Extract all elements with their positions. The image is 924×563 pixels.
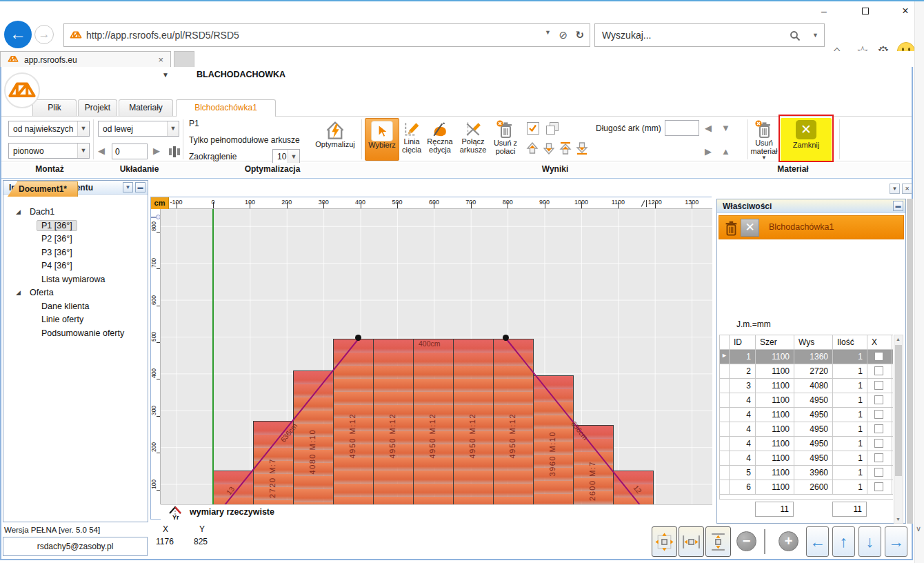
tree-item-dane-klienta[interactable]: Dane klienta (3, 300, 148, 314)
sort-order-dropdown[interactable]: od najwiekszych ▼ (8, 121, 90, 137)
row-checkbox[interactable] (874, 410, 883, 419)
tabstrip-close-icon[interactable]: ✕ (902, 184, 912, 194)
dropdown-arrow-icon[interactable]: ▼ (288, 150, 299, 164)
row-checkbox[interactable] (874, 439, 883, 448)
tree-item-p3-36-[interactable]: P3 [36°] (3, 246, 148, 260)
select-button[interactable]: Wybierz (365, 118, 399, 161)
table-row[interactable]: 2110027201 (719, 364, 893, 379)
pan-right-button[interactable]: → (885, 526, 907, 557)
scroll-down-icon[interactable]: ▼ (896, 517, 901, 522)
window-maximize-button[interactable] (855, 4, 876, 18)
table-row[interactable]: ►1110013601 (719, 350, 893, 364)
table-row[interactable]: 6110026001 (719, 480, 893, 495)
window-close-button[interactable]: × (895, 4, 916, 18)
new-tab-button[interactable] (174, 51, 194, 67)
rounding-spinner[interactable]: 10 ▼ (272, 149, 300, 164)
column-header-ilość[interactable]: Ilość (833, 335, 867, 349)
optimize-button[interactable]: Optymalizuj (310, 118, 360, 161)
fit-width-button[interactable] (679, 526, 704, 557)
fit-all-button[interactable] (652, 526, 677, 557)
tree-item-podsumowanie-oferty[interactable]: Podsumowanie oferty (3, 327, 148, 341)
panel-menu-icon[interactable]: ▼ (123, 182, 133, 192)
tab-materialy[interactable]: Materiały (119, 99, 173, 116)
remove-material-button[interactable]: Usuń materiał ▼ (750, 118, 778, 162)
tree-expander-icon[interactable]: ◢ (16, 289, 21, 296)
pan-down-button[interactable]: ↓ (858, 526, 881, 557)
table-row[interactable]: 5110039601 (719, 466, 893, 480)
url-dropdown-icon[interactable]: ▼ (545, 29, 551, 36)
move-down-icon[interactable] (542, 141, 556, 158)
manual-edit-button[interactable]: Ręczna edycja (424, 118, 456, 161)
nudge-right-icon[interactable]: ▶ (705, 146, 712, 157)
document-tab[interactable]: Document1* (8, 181, 78, 197)
panel-pin-icon[interactable]: ▬ (893, 201, 903, 211)
nudge-up-icon[interactable]: ▲ (721, 146, 730, 157)
column-header-szer[interactable]: Szer (756, 335, 794, 349)
scroll-up-icon[interactable]: ▲ (896, 337, 901, 342)
tabstrip-dropdown-icon[interactable]: ▼ (890, 184, 900, 194)
pan-up-button[interactable]: ↑ (832, 526, 855, 557)
dropdown-arrow-icon[interactable]: ▼ (167, 121, 179, 136)
stop-icon[interactable]: ⊘ (559, 29, 568, 41)
offset-input[interactable] (112, 144, 148, 159)
column-header-wys[interactable]: Wys (794, 335, 833, 349)
dropdown-arrow-icon[interactable]: ▼ (77, 144, 89, 158)
back-button[interactable]: ← (4, 21, 32, 48)
row-checkbox[interactable] (874, 482, 883, 491)
sheet-length-input[interactable] (665, 120, 699, 136)
join-sheets-button[interactable]: Połącz arkusze (457, 118, 489, 161)
table-row[interactable]: 4110049501 (719, 422, 893, 437)
cut-line-button[interactable]: Linia cięcia (400, 118, 423, 161)
move-to-top-icon[interactable] (559, 141, 572, 158)
browser-scrollbar[interactable]: ∨ (914, 1, 924, 563)
table-row[interactable]: 4110049501 (719, 437, 893, 451)
table-scrollbar[interactable]: ▲ ▼ (894, 335, 903, 524)
row-checkbox[interactable] (874, 381, 883, 390)
row-checkbox[interactable] (874, 468, 883, 477)
table-row[interactable]: 3110040801 (719, 379, 893, 393)
app-logo[interactable] (4, 72, 40, 108)
table-row[interactable]: 4110049501 (719, 408, 893, 422)
window-minimize-button[interactable]: – (814, 4, 834, 18)
zoom-slider[interactable] (764, 529, 765, 554)
row-checkbox[interactable] (874, 424, 883, 433)
checked-checkbox-icon[interactable] (527, 122, 539, 135)
table-row[interactable]: 4110049501 (719, 393, 893, 408)
align-dropdown[interactable]: od lewej ▼ (98, 121, 179, 137)
browser-tab[interactable]: app.rsroofs.eu × (0, 51, 171, 67)
tree-item-p1-36-[interactable]: P1 [36°] (3, 219, 148, 233)
nudge-left-icon[interactable]: ◀ (705, 123, 712, 133)
scrollbar-chevron-icon[interactable]: ∨ (916, 524, 921, 533)
tree-item-p4-36-[interactable]: P4 [36°] (3, 259, 148, 273)
panel-pin-icon[interactable]: ▬ (135, 182, 145, 192)
fit-height-button[interactable] (705, 526, 731, 557)
search-icon[interactable] (790, 30, 801, 44)
dropdown-arrow-icon[interactable]: ▼ (77, 121, 89, 136)
search-dropdown-icon[interactable]: ▼ (812, 32, 818, 39)
column-header-x[interactable]: X (867, 335, 892, 349)
refresh-icon[interactable]: ↻ (575, 29, 584, 41)
row-checkbox[interactable] (874, 453, 883, 462)
row-checkbox[interactable] (874, 366, 883, 375)
tree-item-dach1[interactable]: ◢Dach1 (3, 206, 148, 219)
orientation-dropdown[interactable]: pionowo ▼ (8, 143, 90, 159)
scrollbar-thumb[interactable] (895, 345, 902, 476)
remove-from-slope-button[interactable]: Usuń z połaci (490, 118, 521, 161)
trash-icon[interactable] (723, 219, 739, 240)
move-up-icon[interactable] (525, 141, 539, 158)
row-checkbox[interactable] (874, 395, 883, 404)
tree-item-linie-oferty[interactable]: Linie oferty (3, 313, 148, 327)
tree-item-oferta[interactable]: ◢Oferta (3, 286, 148, 300)
search-input[interactable]: Wyszukaj... ▼ (594, 23, 825, 47)
pan-left-button[interactable]: ← (806, 526, 829, 557)
move-to-bottom-icon[interactable] (575, 141, 589, 158)
quick-access-arrow-icon[interactable]: ▼ (162, 71, 169, 79)
tab-blchodachowka1[interactable]: Blchodachówka1 (176, 99, 276, 117)
offset-increase-icon[interactable]: ▶ (153, 146, 160, 156)
address-bar[interactable]: http://app.rsroofs.eu/pl/RSD5/RSD5 ▼ ⊘ ↻ (63, 23, 590, 47)
panel-splitter[interactable] (907, 199, 913, 524)
tab-close-icon[interactable]: × (158, 55, 163, 65)
distribution-bars-icon[interactable] (168, 146, 181, 160)
nudge-down-icon[interactable]: ▼ (721, 123, 730, 133)
material-row[interactable]: ✕ Blchodachówka1 (719, 215, 904, 239)
